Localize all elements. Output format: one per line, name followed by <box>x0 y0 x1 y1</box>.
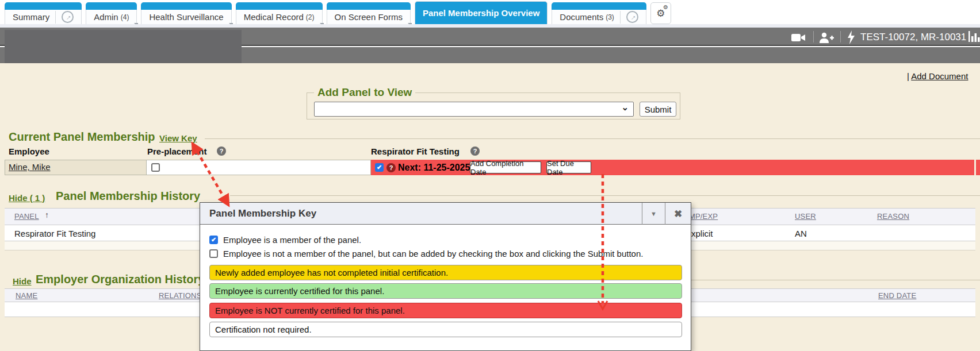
key-item-member: Employee is a member of the panel. <box>209 235 361 245</box>
add-panel-legend: Add Panel to View <box>314 86 415 99</box>
history-col-user[interactable]: USER <box>795 212 816 221</box>
tab-divider <box>55 11 56 24</box>
col-respirator-fit-testing: Respirator Fit Testing <box>371 146 460 156</box>
tab-medical-count: (2) <box>306 13 315 21</box>
history-row-user: AN <box>795 229 807 238</box>
add-document-link[interactable]: Add Document <box>911 71 968 81</box>
tab-documents-count: (3) <box>606 13 614 21</box>
view-key-link[interactable]: View Key <box>159 133 197 143</box>
help-icon[interactable] <box>470 146 480 156</box>
lightning-bolt-icon[interactable] <box>847 30 856 47</box>
key-row-white: Certification not required. <box>209 322 682 337</box>
tab-divider <box>620 11 621 24</box>
history-heading: Panel Membership History <box>56 190 200 203</box>
key-item-not-member-label: Employee is not a member of the panel, b… <box>223 249 643 259</box>
modal-close-button[interactable]: ✖ <box>665 203 691 225</box>
sort-ascending-icon[interactable]: ↑ <box>45 210 49 219</box>
separator: | <box>907 71 909 81</box>
settings-gear-button[interactable]: ⚙ ⚙ <box>650 2 671 24</box>
record-id: TEST-10072, MR-10031 <box>860 32 966 43</box>
history-col-reason[interactable]: REASON <box>877 212 909 221</box>
hide-employer-link[interactable]: Hide <box>13 276 32 286</box>
employer-col-end-date[interactable]: END DATE <box>878 291 916 300</box>
panel-membership-overview-page: { "tabs": { "summary": "Summary", "admin… <box>0 0 980 351</box>
tab-summary[interactable]: Summary → <box>5 2 82 24</box>
pre-placement-cell <box>147 160 371 175</box>
unchecked-checkbox[interactable] <box>209 249 218 258</box>
tab-medical-label: Medical Record <box>244 12 304 22</box>
tab-on-screen-forms[interactable]: On Screen Forms <box>327 2 411 24</box>
modal-minimize-button[interactable]: ▼ <box>642 203 665 225</box>
set-due-date-button[interactable]: Set Due Date <box>546 161 591 173</box>
employee-link[interactable]: Mine, Mike <box>9 162 51 172</box>
current-panel-heading: Current Panel Membership <box>9 130 155 144</box>
add-completion-date-button[interactable]: Add Completion Date <box>470 161 541 173</box>
add-panel-select[interactable] <box>314 102 634 117</box>
history-row-panel: Respirator Fit Testing <box>14 229 95 238</box>
add-document-link-wrap: | Add Document <box>907 71 968 81</box>
external-link-icon[interactable]: → <box>62 11 74 23</box>
employer-col-name[interactable]: NAME <box>16 291 37 300</box>
panel-membership-key-modal: Panel Membership Key ▼ ✖ Employee is a m… <box>200 202 691 351</box>
bar-chart-icon[interactable] <box>968 30 980 45</box>
tab-admin-count: (4) <box>121 13 129 21</box>
next-due-label: Next: 11-25-2025 <box>398 163 470 173</box>
key-row-green: Employee is currently certified for this… <box>209 283 682 299</box>
toolbar-divider <box>813 31 814 43</box>
modal-header[interactable]: Panel Membership Key ▼ ✖ <box>200 203 691 225</box>
tab-documents-label: Documents <box>560 12 603 22</box>
tab-documents[interactable]: Documents (3) → <box>552 2 646 24</box>
hide-history-link[interactable]: Hide ( 1 ) <box>9 193 45 203</box>
chevron-down-icon: ▼ <box>650 210 657 217</box>
key-row-red: Employee is NOT currently certified for … <box>209 303 682 318</box>
gear-icon: ⚙ <box>663 4 668 10</box>
key-item-not-member: Employee is not a member of the panel, b… <box>209 249 643 259</box>
fieldset-line <box>230 195 980 196</box>
key-item-member-label: Employee is a member of the panel. <box>223 235 361 245</box>
col-pre-placement: Pre-placement <box>147 146 206 156</box>
help-icon[interactable] <box>217 146 226 156</box>
tab-health-label: Health Surveillance <box>149 12 223 22</box>
person-add-icon[interactable] <box>819 32 834 46</box>
help-icon-red[interactable] <box>386 163 396 172</box>
tab-health-surveillance[interactable]: Health Surveillance <box>141 2 231 24</box>
pre-placement-checkbox[interactable] <box>151 163 160 172</box>
tab-panel-membership-overview[interactable]: Panel Membership Overview <box>415 1 548 24</box>
tab-onscreen-label: On Screen Forms <box>335 12 403 22</box>
tab-admin[interactable]: Admin (4) <box>86 2 137 24</box>
tab-medical-record[interactable]: Medical Record (2) <box>236 2 323 24</box>
close-icon: ✖ <box>674 208 682 220</box>
key-row-yellow: Newly added employee has not completed i… <box>209 265 682 280</box>
external-link-icon[interactable]: → <box>626 11 638 23</box>
panel-member-checkbox[interactable] <box>375 163 384 172</box>
employer-heading: Employer Organization History <box>36 273 204 286</box>
tab-bar: Summary → Admin (4) Health Surveillance … <box>0 0 980 24</box>
checked-checkbox[interactable] <box>209 236 218 244</box>
history-col-panel[interactable]: PANEL <box>14 212 39 221</box>
video-camera-icon[interactable] <box>791 33 806 45</box>
next-panel-cell-sliver <box>976 160 980 175</box>
submit-button[interactable]: Submit <box>640 102 676 117</box>
tab-admin-label: Admin <box>94 12 118 22</box>
toolbar-divider <box>840 31 841 43</box>
fieldset-line <box>205 138 980 139</box>
modal-title: Panel Membership Key <box>209 208 316 219</box>
tab-panel-overview-label: Panel Membership Overview <box>423 8 539 18</box>
tab-summary-label: Summary <box>13 12 49 22</box>
col-employee: Employee <box>9 146 49 156</box>
toolbar-left-panel <box>5 30 242 63</box>
